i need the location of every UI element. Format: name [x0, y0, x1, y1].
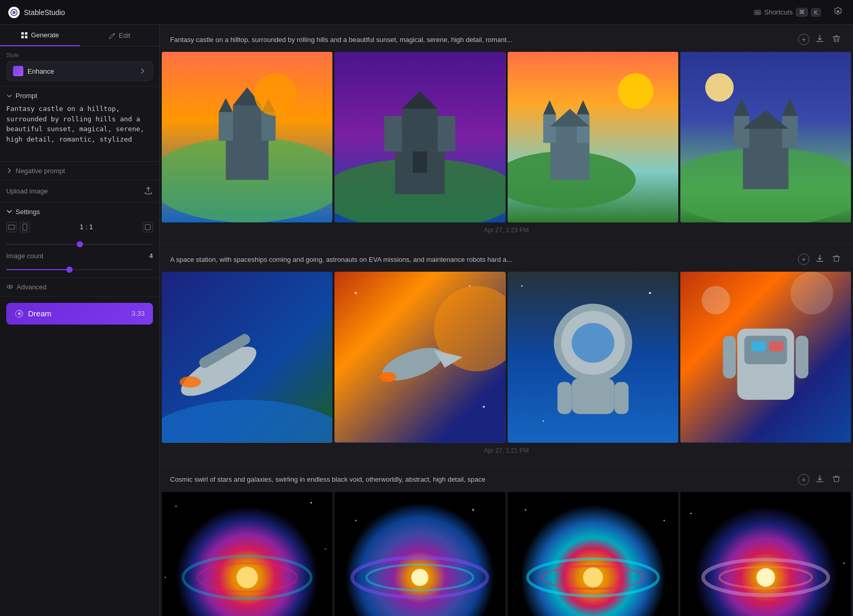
prompt-textarea[interactable]: Fantasy castle on a hilltop, surrounded … — [6, 104, 153, 155]
gen2-add-button[interactable]: + — [798, 254, 809, 265]
gen1-image-3[interactable] — [508, 52, 678, 222]
gen2-image-2[interactable] — [334, 272, 505, 442]
style-section: Style Enhance — [0, 47, 159, 87]
prompt-bar-3: Cosmic swirl of stars and galaxies, swir… — [160, 465, 853, 492]
download-icon-3 — [815, 474, 824, 483]
gen2-image-3[interactable] — [508, 272, 678, 442]
gen2-image-4[interactable] — [680, 272, 851, 442]
dream-icon — [15, 309, 24, 318]
gen2-download-button[interactable] — [814, 252, 826, 267]
eye-icon — [6, 283, 13, 290]
tab-edit[interactable]: Edit — [80, 25, 160, 46]
gen1-prompt-text: Fantasy castle on a hilltop, surrounded … — [170, 36, 793, 44]
edit-icon — [108, 32, 116, 39]
gen1-add-button[interactable]: + — [798, 34, 809, 45]
settings-button[interactable] — [831, 5, 845, 20]
generate-icon — [21, 32, 28, 39]
titlebar-right: Shortcuts ⌘ K — [750, 5, 845, 20]
tab-generate[interactable]: Generate — [0, 25, 80, 46]
gen3-add-button[interactable]: + — [798, 474, 809, 485]
dream-button[interactable]: Dream 3.33 — [6, 303, 153, 325]
upload-label: Upload image — [6, 187, 48, 195]
svg-rect-5 — [759, 11, 760, 12]
svg-rect-11 — [8, 225, 15, 229]
aspect-ratio-slider[interactable] — [6, 244, 153, 245]
gen3-image-4[interactable] — [680, 492, 851, 617]
gen2-prompt-text: A space station, with spaceships coming … — [170, 256, 793, 263]
gen3-image-1[interactable] — [162, 492, 332, 617]
gen3-prompt-text: Cosmic swirl of stars and galaxies, swir… — [170, 475, 793, 483]
app-title: StableStudio — [24, 8, 65, 17]
svg-rect-8 — [25, 32, 27, 35]
gen2-timestamp: Apr 27, 1:21 PM — [160, 443, 853, 456]
main-content: Fantasy castle on a hilltop, surrounded … — [160, 25, 853, 616]
gen1-image-2[interactable] — [334, 52, 505, 222]
gear-icon — [833, 7, 843, 16]
svg-rect-13 — [145, 225, 150, 230]
settings-section: Settings 1 : 1 — [0, 203, 159, 278]
shortcuts-button[interactable]: Shortcuts ⌘ K — [750, 6, 825, 19]
gen3-download-button[interactable] — [814, 472, 826, 487]
gen1-download-button[interactable] — [814, 32, 826, 47]
kbd-k: K — [811, 8, 821, 17]
sidebar-tabs: Generate Edit — [0, 25, 159, 47]
generation-group-1: Fantasy castle on a hilltop, surrounded … — [160, 25, 853, 245]
aspect-landscape-icon[interactable] — [6, 222, 17, 232]
prompt-header[interactable]: Prompt — [6, 92, 153, 100]
svg-point-1 — [12, 11, 16, 14]
advanced-label: Advanced — [17, 283, 47, 291]
negative-prompt-toggle[interactable]: Negative prompt — [6, 167, 153, 175]
gen2-image-1[interactable] — [162, 272, 332, 442]
portrait-rect-icon — [22, 223, 27, 231]
gen3-image-3[interactable] — [508, 492, 678, 617]
svg-rect-9 — [21, 36, 24, 38]
sidebar: Generate Edit Style Enhance — [0, 25, 160, 616]
dream-label: Dream — [28, 309, 51, 318]
upload-button[interactable] — [144, 186, 153, 197]
svg-point-15 — [9, 286, 11, 288]
prompt-bar-1: Fantasy castle on a hilltop, surrounded … — [160, 25, 853, 52]
negative-prompt-section: Negative prompt — [0, 162, 159, 180]
prompt-bar-2: A space station, with spaceships coming … — [160, 245, 853, 272]
advanced-section: Advanced — [0, 278, 159, 297]
chevron-down-settings-icon — [6, 208, 12, 215]
style-name: Enhance — [27, 67, 54, 75]
image-count-slider[interactable] — [6, 269, 153, 270]
style-label: Style — [6, 52, 153, 58]
dream-cost: 3.33 — [132, 310, 145, 317]
gen1-image-4[interactable] — [680, 52, 851, 222]
generation-group-3: Cosmic swirl of stars and galaxies, swir… — [160, 465, 853, 617]
trash-icon — [832, 34, 841, 43]
aspect-value: 1 : 1 — [80, 223, 93, 231]
gen3-image-2[interactable] — [334, 492, 505, 617]
tab-edit-label: Edit — [119, 32, 130, 39]
style-pill[interactable]: Enhance — [6, 61, 153, 81]
gen2-image-grid — [160, 272, 853, 442]
upload-icon — [144, 186, 153, 195]
svg-rect-7 — [21, 32, 24, 35]
shortcuts-label: Shortcuts — [764, 8, 793, 16]
gen1-delete-button[interactable] — [830, 32, 843, 47]
download-icon-2 — [815, 254, 824, 263]
trash-icon-2 — [832, 254, 841, 263]
advanced-toggle[interactable]: Advanced — [6, 283, 153, 291]
image-count-row: Image count 4 — [6, 252, 153, 260]
keyboard-icon — [754, 9, 761, 16]
gen1-image-1[interactable] — [162, 52, 332, 222]
gen3-delete-button[interactable] — [830, 472, 843, 487]
svg-rect-12 — [23, 224, 27, 230]
square-icon — [145, 224, 151, 230]
chevron-right-icon — [6, 167, 12, 174]
aspect-portrait-icon[interactable] — [20, 222, 30, 232]
aspect-square-icon[interactable] — [143, 222, 153, 232]
titlebar: StableStudio Shortcuts ⌘ K — [0, 0, 853, 25]
svg-rect-4 — [757, 11, 758, 12]
negative-prompt-label: Negative prompt — [16, 167, 65, 175]
gen1-timestamp: Apr 27, 1:23 PM — [160, 222, 853, 236]
svg-rect-2 — [754, 10, 761, 15]
gen3-image-grid — [160, 492, 853, 617]
gen2-delete-button[interactable] — [830, 252, 843, 267]
prompt-section: Prompt Fantasy castle on a hilltop, surr… — [0, 87, 159, 162]
download-icon — [815, 34, 824, 43]
settings-header[interactable]: Settings — [6, 208, 153, 216]
